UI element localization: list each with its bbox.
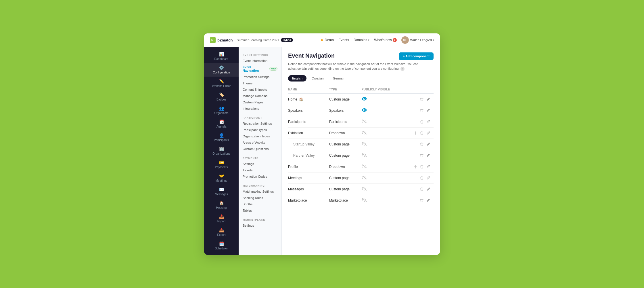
delete-button[interactable] bbox=[419, 119, 424, 124]
sidebar-item-website-editor[interactable]: ✏️ Website Editor bbox=[204, 77, 239, 90]
demo-link[interactable]: Demo bbox=[321, 38, 334, 42]
delete-button[interactable] bbox=[419, 187, 424, 192]
table-row: Exhibition Dropdown bbox=[288, 127, 434, 139]
sidebar-item-badges[interactable]: 🏷️ Badges bbox=[204, 90, 239, 104]
settings-integrations[interactable]: Integrations bbox=[239, 105, 281, 112]
top-nav: b b2match Summer Learning Camp 2021 Hybr… bbox=[204, 33, 440, 47]
sidebar-item-organizations[interactable]: 🏢 Organizations bbox=[204, 144, 239, 158]
settings-participant-types[interactable]: Participant Types bbox=[239, 127, 281, 133]
edit-button[interactable] bbox=[426, 119, 431, 124]
row-type: Custom page bbox=[329, 150, 362, 161]
badges-icon: 🏷️ bbox=[219, 92, 224, 97]
settings-areas-of-activity[interactable]: Areas of Activity bbox=[239, 139, 281, 146]
sidebar-label-organizers: Organizers bbox=[214, 111, 229, 115]
domains-link[interactable]: Domains ▾ bbox=[354, 38, 369, 42]
add-subitem-button[interactable] bbox=[413, 164, 418, 169]
edit-button[interactable] bbox=[426, 187, 431, 192]
visibility-eye-closed-icon bbox=[362, 175, 367, 179]
delete-button[interactable] bbox=[419, 153, 424, 158]
new-badge: New bbox=[269, 67, 277, 71]
event-name: Summer Learning Camp 2021 bbox=[237, 38, 279, 42]
lang-tab-croatian[interactable]: Croatian bbox=[308, 75, 328, 82]
settings-manage-domains[interactable]: Manage Domains bbox=[239, 93, 281, 99]
sidebar-label-organizations: Organizations bbox=[212, 152, 230, 156]
sidebar-item-agenda[interactable]: 📅 Agenda bbox=[204, 117, 239, 131]
settings-marketplace-settings[interactable]: Settings bbox=[239, 222, 281, 229]
row-name: Startup Valley bbox=[288, 139, 329, 150]
delete-button[interactable] bbox=[419, 142, 424, 147]
sidebar-item-configuration[interactable]: ⚙️ Configuration bbox=[204, 63, 239, 77]
settings-promotion-codes[interactable]: Promotion Codes bbox=[239, 173, 281, 180]
settings-theme[interactable]: Theme bbox=[239, 80, 281, 86]
sidebar-label-meetings: Meetings bbox=[216, 179, 227, 183]
delete-button[interactable] bbox=[419, 130, 424, 136]
settings-promotion-settings[interactable]: Promotion Settings bbox=[239, 74, 281, 80]
edit-button[interactable] bbox=[426, 130, 431, 135]
sidebar-item-export[interactable]: 📤 Export bbox=[204, 226, 239, 239]
settings-booking-rules[interactable]: Booking Rules bbox=[239, 195, 281, 201]
edit-button[interactable] bbox=[426, 198, 431, 203]
events-link[interactable]: Events bbox=[338, 38, 349, 42]
sidebar-label-agenda: Agenda bbox=[216, 125, 226, 128]
user-chevron-icon: ▾ bbox=[433, 39, 434, 41]
edit-button[interactable] bbox=[426, 108, 431, 113]
lang-tab-english[interactable]: English bbox=[288, 75, 306, 82]
sidebar-item-dashboard[interactable]: 📊 Dashboard bbox=[204, 50, 239, 63]
content-area: Event Navigation + Add component Define … bbox=[282, 47, 440, 255]
settings-content-snippets[interactable]: Content Snippets bbox=[239, 86, 281, 93]
row-visible bbox=[362, 195, 405, 206]
settings-matchmaking-settings[interactable]: Matchmaking Settings bbox=[239, 188, 281, 195]
settings-custom-pages[interactable]: Custom Pages bbox=[239, 99, 281, 105]
hybrid-badge: Hybrid bbox=[281, 38, 293, 42]
settings-event-navigation[interactable]: Event Navigation New bbox=[239, 64, 281, 74]
sidebar-item-participants[interactable]: 👤 Participants bbox=[204, 131, 239, 144]
sidebar-item-scheduler[interactable]: 🗓️ Scheduler bbox=[204, 239, 239, 253]
settings-tables[interactable]: Tables bbox=[239, 207, 281, 214]
info-icon[interactable]: ? bbox=[400, 67, 405, 71]
row-name: Exhibition bbox=[288, 127, 329, 139]
delete-button[interactable] bbox=[419, 164, 424, 169]
settings-custom-questions[interactable]: Custom Questions bbox=[239, 146, 281, 152]
delete-button[interactable] bbox=[419, 198, 424, 203]
housing-icon: 🏠 bbox=[219, 201, 224, 205]
brand-logo-icon: b bbox=[210, 37, 216, 43]
sidebar-label-export: Export bbox=[217, 233, 226, 237]
sidebar-item-housing[interactable]: 🏠 Housing bbox=[204, 198, 239, 212]
sidebar-item-import[interactable]: 📥 Import bbox=[204, 212, 239, 226]
edit-button[interactable] bbox=[426, 164, 431, 169]
settings-tickets[interactable]: Tickets bbox=[239, 167, 281, 173]
visibility-eye-closed-icon bbox=[362, 198, 367, 202]
sidebar-item-messages[interactable]: ✉️ Messages bbox=[204, 185, 239, 198]
delete-button[interactable] bbox=[419, 108, 424, 113]
sidebar-item-organizers[interactable]: 👥 Organizers bbox=[204, 104, 239, 117]
edit-button[interactable] bbox=[426, 142, 431, 147]
sidebar-item-meetings[interactable]: 🤝 Meetings bbox=[204, 171, 239, 185]
settings-booths[interactable]: Booths bbox=[239, 201, 281, 207]
sidebar-item-payments[interactable]: 💳 Payments bbox=[204, 158, 239, 171]
website-editor-icon: ✏️ bbox=[219, 79, 224, 84]
add-subitem-button[interactable] bbox=[413, 131, 418, 135]
add-component-button[interactable]: + Add component bbox=[399, 52, 434, 60]
row-visible bbox=[362, 105, 405, 116]
row-actions bbox=[405, 105, 434, 116]
edit-button[interactable] bbox=[426, 97, 431, 102]
row-type: Participants bbox=[329, 116, 362, 127]
whats-new-link[interactable]: What's new 2 bbox=[374, 38, 397, 42]
settings-event-information[interactable]: Event Information bbox=[239, 58, 281, 64]
sidebar-label-dashboard: Dashboard bbox=[214, 57, 229, 61]
configuration-icon: ⚙️ bbox=[219, 65, 224, 70]
section-title-participant: PARTICIPANT bbox=[239, 114, 281, 120]
settings-registration-settings[interactable]: Registration Settings bbox=[239, 120, 281, 127]
lang-tab-german[interactable]: German bbox=[329, 75, 348, 82]
settings-organization-types[interactable]: Organization Types bbox=[239, 133, 281, 139]
edit-button[interactable] bbox=[426, 153, 431, 158]
delete-button[interactable] bbox=[419, 175, 424, 181]
sidebar-label-scheduler: Scheduler bbox=[215, 247, 228, 250]
row-name: Messages bbox=[288, 183, 329, 195]
delete-button[interactable] bbox=[419, 97, 424, 102]
participants-icon: 👤 bbox=[219, 133, 224, 138]
content-header: Event Navigation + Add component bbox=[288, 52, 434, 60]
edit-button[interactable] bbox=[426, 175, 431, 180]
user-menu[interactable]: ML Marlen Lengred ▾ bbox=[401, 36, 434, 44]
settings-payments-settings[interactable]: Settings bbox=[239, 161, 281, 167]
